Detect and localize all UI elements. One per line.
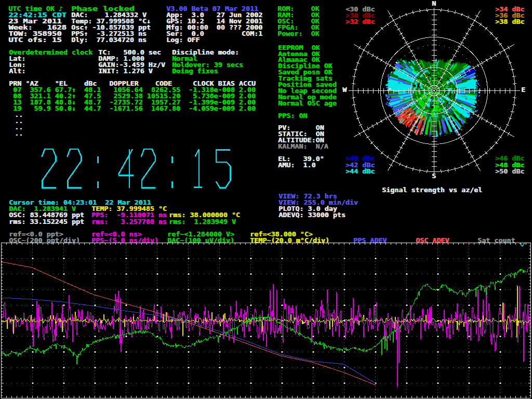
amu-mask: AMU: 1.0 — [278, 162, 315, 168]
legend-gt32: >32 dBc — [345, 19, 375, 25]
pps-rms: rms: 3.257788 ns — [91, 219, 167, 225]
compass-n: N — [432, 1, 436, 7]
osc-stat: OSC: 83.448769 ppt — [9, 212, 84, 218]
compass-w: W — [342, 87, 347, 93]
lady-heather-screen: UTC time OK ♪22:42:15 CDT23 Mar 2011Week… — [0, 0, 532, 399]
legend-gt44: >44 dBc — [345, 168, 375, 175]
dac-stat: DAC: 1.283941 V — [9, 206, 76, 212]
kalman-mode: KALMAN: N/A — [278, 143, 328, 150]
legend-gt48: >48 dBc — [495, 162, 524, 168]
osc-scale: OSC~(200 ppt/div) — [9, 237, 80, 244]
legend-gt46: >46 dBc — [495, 155, 524, 162]
pps-state: PPS: ON — [278, 113, 307, 119]
legend-gt50: >50 dBc — [495, 168, 524, 175]
sat-count-label: Sat count — [477, 237, 515, 244]
legend-gt42: >42 dBc — [345, 162, 375, 168]
temp-stat: TEMP: 37.999485 °C — [91, 206, 167, 212]
dac-rms: rms: 1.283949 V — [169, 219, 236, 225]
init-value: INIT: 1.276 V — [98, 68, 153, 74]
sat-row-empty-3: .. — [10, 130, 23, 137]
pps-adev-label: PPS ADEV — [353, 237, 387, 244]
trace-dac — [2, 267, 530, 364]
utc-offset: UTC ofs: 15 — [8, 37, 61, 43]
alt-label: Alt: — [9, 68, 25, 74]
temp-rms: rms: 38.000000 °C — [169, 212, 240, 218]
adev-queue: ADEVQ: 33000 pts — [278, 212, 345, 218]
log-info: Log: OFF — [166, 37, 200, 43]
cursor-time: Cursor time: 04:23:01 22 Mar 2011 — [9, 200, 151, 206]
trace-pps — [2, 284, 530, 387]
plot-traces — [2, 262, 530, 387]
legend-gt40: >40 dBc — [345, 155, 375, 162]
sat-row-19: 19 59.9 50.0↓ 44.7 -1671.56 1467.80 -4.0… — [9, 105, 256, 112]
pps-scale: PPS~(5.0 ns/div) — [91, 237, 158, 244]
osc-rms: rms: 33.152245 ppt — [9, 219, 84, 225]
compass-e: E — [521, 87, 525, 93]
pps-stat: PPS: -9.110071 ns — [91, 212, 167, 218]
temp-scale: TEMP~(20.0 m°C/div) — [250, 237, 329, 244]
legend-gt38: >38 dBc — [495, 19, 524, 25]
discipline-mode-3: Doing fixes — [172, 68, 218, 74]
dac-scale: DAC~(100 uV/div) — [167, 237, 234, 244]
osc-adev-label: OSC ADEV — [416, 237, 449, 244]
dly-ns: Dly: 77.034720 ns — [71, 37, 147, 43]
health-power: Power: OK — [277, 31, 319, 37]
compass-s: S — [432, 173, 436, 179]
polar-caption: Signal strength vs az/el — [382, 187, 482, 193]
big-clock — [42, 149, 231, 188]
polar-grid — [349, 8, 520, 174]
status-normal: Normal OSC age — [278, 100, 337, 107]
